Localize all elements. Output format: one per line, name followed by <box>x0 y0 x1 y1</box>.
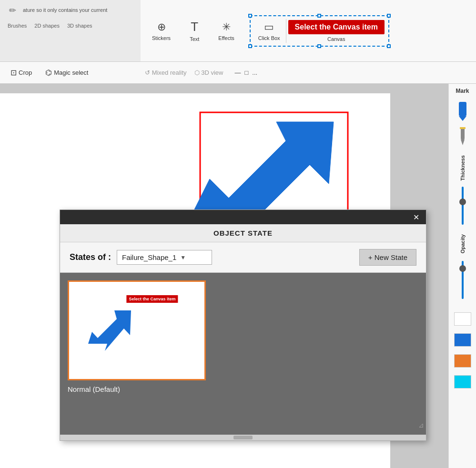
svg-marker-7 <box>88 310 131 351</box>
svg-rect-6 <box>460 127 466 129</box>
3d-view-button[interactable]: ⬡ 3D view <box>194 69 223 76</box>
clickbox-icon: ▭ <box>264 21 274 33</box>
svg-marker-3 <box>459 116 466 121</box>
color-white[interactable] <box>454 312 471 326</box>
state-container: Select the Canvas item Normal (Default) <box>68 280 418 393</box>
state-name-label: Normal (Default) <box>68 385 120 393</box>
thumb-arrow <box>88 306 136 365</box>
crop-label: Crop <box>19 69 32 76</box>
svg-rect-2 <box>459 102 466 116</box>
dialog-close-button[interactable]: ✕ <box>410 212 422 223</box>
canvas-label: Canvas <box>327 36 345 42</box>
second-toolbar-left: ⊡ Crop ⌬ Magic select <box>6 66 139 79</box>
new-state-button[interactable]: + New State <box>359 249 416 266</box>
text-label: Text <box>190 36 199 42</box>
window-controls: — □ ... <box>234 69 257 76</box>
effects-label: Effects <box>218 35 234 41</box>
opacity-label: Opacity <box>460 234 466 253</box>
pencil-icon-btn[interactable] <box>453 127 472 146</box>
second-toolbar: ⊡ Crop ⌬ Magic select ↺ Mixed reality ⬡ … <box>0 62 476 84</box>
brushes-tab[interactable]: Brushes <box>6 22 29 30</box>
resize-handle[interactable]: ⊿ <box>418 421 424 429</box>
state-thumbnail[interactable]: Select the Canvas item <box>68 280 206 380</box>
opacity-slider[interactable] <box>454 261 471 299</box>
effects-button[interactable]: ✳ Effects <box>214 19 238 43</box>
thickness-slider[interactable] <box>454 187 471 225</box>
canvas-selected-toolbar[interactable]: ▭ Click Box Select the Canvas item Canva… <box>250 15 389 47</box>
second-toolbar-center: ↺ Mixed reality ⬡ 3D view — □ ... <box>145 69 470 76</box>
toolbar-left-section: ✏ ature so it only contains your current… <box>0 0 141 61</box>
states-dropdown[interactable]: Failure_Shape_1 ▼ <box>117 250 212 265</box>
toolbar-hint-text: ature so it only contains your current <box>23 7 107 14</box>
marker-icon-btn[interactable] <box>453 102 472 121</box>
mixed-reality-label: Mixed reality <box>152 69 187 76</box>
stickers-icon: ⊕ <box>157 21 166 33</box>
object-state-dialog: ✕ OBJECT STATE States of : Failure_Shape… <box>60 209 426 441</box>
stickers-label: Stickers <box>152 35 171 41</box>
3d-view-label: 3D view <box>201 69 223 76</box>
color-orange[interactable] <box>454 354 471 368</box>
handle-br <box>387 44 391 48</box>
thumb-canvas-label: Select the Canvas item <box>126 295 178 303</box>
dialog-titlebar: ✕ <box>60 210 426 224</box>
dialog-controls: States of : Failure_Shape_1 ▼ + New Stat… <box>60 242 426 273</box>
color-cyan[interactable] <box>454 375 471 388</box>
crop-button[interactable]: ⊡ Crop <box>6 66 37 79</box>
dropdown-value: Failure_Shape_1 <box>122 253 176 261</box>
maximize-button[interactable]: □ <box>244 69 248 76</box>
svg-marker-5 <box>461 139 465 145</box>
mixed-reality-button[interactable]: ↺ Mixed reality <box>145 69 187 76</box>
handle-tm <box>317 14 321 18</box>
dialog-scrollbar[interactable] <box>60 435 426 440</box>
magic-select-button[interactable]: ⌬ Magic select <box>41 66 93 79</box>
canvas-selected-label: Select the Canvas item <box>288 20 385 34</box>
handle-bm <box>317 44 321 48</box>
clickbox-button[interactable]: ▭ Click Box <box>254 19 286 43</box>
dropdown-arrow-icon: ▼ <box>180 254 186 261</box>
scrollbar-thumb[interactable] <box>233 436 253 439</box>
thickness-label: Thickness <box>460 155 466 181</box>
shapes-3d-tab[interactable]: 3D shapes <box>65 22 94 30</box>
toolbar-left-top: ✏ ature so it only contains your current <box>6 4 135 17</box>
handle-tl <box>248 14 252 18</box>
shapes-2d-tab[interactable]: 2D shapes <box>32 22 61 30</box>
magic-select-icon: ⌬ <box>45 68 52 77</box>
color-blue[interactable] <box>454 333 471 347</box>
effects-icon: ✳ <box>222 21 231 33</box>
toolbar-center: ⊕ Stickers T Text ✳ Effects ▭ Click Box <box>141 0 397 61</box>
mixed-reality-icon: ↺ <box>145 69 152 76</box>
magic-select-label: Magic select <box>54 69 88 76</box>
text-icon: T <box>191 20 198 34</box>
right-panel: Mark Thickness Opacity <box>448 84 476 468</box>
handle-tr <box>387 14 391 18</box>
handle-bl <box>248 44 252 48</box>
clickbox-label: Click Box <box>258 35 280 41</box>
canvas-item-with-label[interactable]: Select the Canvas item Canvas <box>288 20 385 42</box>
top-toolbar: ✏ ature so it only contains your current… <box>0 0 476 62</box>
brush-icon: ✏ <box>6 4 19 17</box>
crop-icon: ⊡ <box>10 68 17 77</box>
minimize-button[interactable]: — <box>234 69 241 76</box>
more-button[interactable]: ... <box>252 69 257 76</box>
dialog-header: OBJECT STATE <box>60 224 426 242</box>
toolbar-tabs: Brushes 2D shapes 3D shapes <box>6 22 135 30</box>
right-panel-title: Mark <box>456 88 469 94</box>
text-button[interactable]: T Text <box>186 18 203 44</box>
states-of-label: States of : <box>70 252 111 262</box>
stickers-button[interactable]: ⊕ Stickers <box>148 19 174 43</box>
dialog-content: Select the Canvas item Normal (Default) … <box>60 273 426 435</box>
3d-view-icon: ⬡ <box>194 69 202 76</box>
